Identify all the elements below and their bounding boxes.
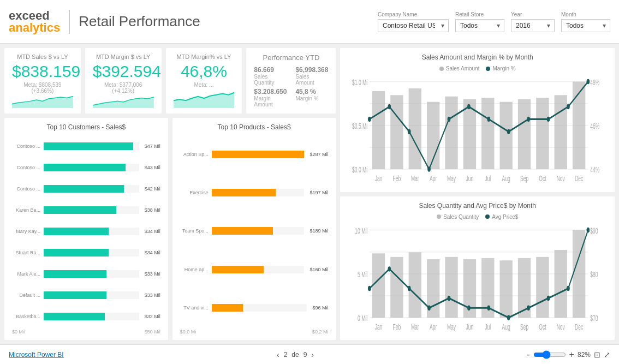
bar-fill (212, 304, 243, 312)
fit-page-button[interactable]: ⊡ (594, 350, 600, 359)
nav-controls: ‹ 2 de 9 › (277, 350, 314, 359)
kpi-title-2: MTD Margin% vs LY (174, 53, 235, 60)
legend-item-margin-1: Margin % (486, 65, 515, 71)
perf-num-3: 45,8 % (295, 88, 328, 96)
legend-item-qty-0: Sales Quantity (437, 214, 479, 220)
bar-fill (44, 185, 124, 193)
svg-text:Nov: Nov (557, 322, 565, 331)
svg-text:Jun: Jun (466, 322, 474, 331)
svg-text:Jun: Jun (466, 174, 474, 183)
filters-area: Company NameContoso Retail USARetail Sto… (378, 11, 610, 32)
bar-value: $43 Mil (145, 165, 160, 170)
prev-page-button[interactable]: ‹ (277, 350, 279, 359)
logo-exceed: exceed (9, 10, 60, 22)
kpi-value-2: 46,8% (174, 62, 235, 81)
bar-track (44, 206, 139, 214)
svg-rect-10 (409, 88, 421, 169)
perf-ytd-card: Performance YTD86.669Sales Quantity$6,99… (246, 48, 336, 114)
page-total: 9 (303, 351, 307, 359)
svg-text:$1.0 Mi: $1.0 Mi (353, 78, 368, 87)
bar-label: Team Spo... (180, 228, 209, 234)
bar-label: Basketba... (12, 314, 40, 319)
svg-text:Sep: Sep (520, 322, 529, 331)
zoom-slider[interactable] (533, 350, 566, 359)
next-page-button[interactable]: › (311, 350, 314, 359)
bar-track (212, 189, 305, 196)
pbi-link[interactable]: Microsoft Power BI (9, 351, 64, 359)
bar-row: Team Spo...$189 Mil (180, 226, 329, 236)
bar-label: Default ... (12, 293, 40, 298)
content-area: MTD Sales $ vs LY$838.159Meta: $808,539 … (0, 44, 619, 344)
kpi-card-0: MTD Sales $ vs LY$838.159Meta: $808,539 … (4, 48, 81, 114)
svg-text:10 Mil: 10 Mil (355, 226, 368, 235)
zoom-in-button[interactable]: + (569, 350, 574, 360)
bar-row: Action Sp...$287 Mil (180, 150, 329, 159)
bar-fill (44, 164, 126, 171)
line-chart-title-margin: Sales Amount and Margin % by Month (348, 53, 607, 61)
filter-select-0[interactable]: Contoso Retail USA (378, 19, 449, 32)
bar-fill (44, 270, 106, 278)
svg-text:Apr: Apr (430, 322, 437, 331)
bar-chart-body: Contoso ...$47 MilContoso ...$43 MilCont… (12, 135, 160, 327)
svg-rect-15 (500, 102, 513, 169)
svg-text:Oct: Oct (539, 174, 547, 183)
fullscreen-button[interactable]: ⤢ (604, 350, 610, 359)
bar-value: $160 Mil (310, 267, 328, 272)
filter-label-2: Year (511, 11, 555, 17)
filter-select-3[interactable]: Todos (561, 19, 610, 32)
bar-label: Contoso ... (12, 144, 40, 149)
page-title: Retail Performance (79, 13, 200, 30)
filter-select-1[interactable]: Todos (455, 19, 504, 32)
zoom-out-button[interactable]: - (527, 350, 529, 360)
bar-value: $38 Mil (145, 207, 160, 213)
svg-rect-65 (555, 249, 567, 317)
right-panel: Sales Amount and Margin % by MonthSales … (340, 48, 615, 340)
bar-fill (44, 249, 109, 256)
svg-point-23 (428, 166, 431, 171)
bar-fill (212, 189, 276, 196)
svg-point-77 (567, 285, 570, 290)
bar-row: Stuart Ra...$34 Mil (12, 248, 160, 258)
bar-row: Contoso ...$42 Mil (12, 184, 160, 194)
svg-text:Dec: Dec (575, 322, 584, 331)
bar-label: Home ap... (180, 267, 209, 272)
bar-chart-title: Top 10 Customers - Sales$ (12, 123, 160, 131)
svg-text:46%: 46% (591, 122, 600, 130)
bar-fill (212, 227, 273, 235)
svg-point-73 (487, 305, 491, 310)
svg-point-27 (507, 129, 510, 134)
bar-chart-card: Top 10 Customers - Sales$Contoso ...$47 … (4, 118, 168, 340)
svg-rect-64 (537, 256, 549, 317)
filter-select-2[interactable]: 2016 (511, 19, 555, 32)
svg-text:0 Mil: 0 Mil (358, 314, 368, 323)
bottom-bar: Microsoft Power BI ‹ 2 de 9 › - + 82% ⊡ … (0, 344, 619, 364)
svg-point-71 (448, 295, 451, 300)
line-chart-card-qty: Sales Quantity and Avg Price$ by MonthSa… (340, 196, 615, 341)
svg-rect-56 (391, 256, 403, 317)
bar-row: TV and vi...$96 Mil (180, 303, 329, 313)
bar-row: Contoso ...$43 Mil (12, 163, 160, 172)
legend-item-margin-0: Sales Amount (439, 65, 480, 71)
svg-margin: JanFebMarAprMayJunJulAugSepOctNovDec$1.0… (348, 75, 607, 187)
filter-group-0: Company NameContoso Retail USA (378, 11, 449, 32)
svg-rect-17 (537, 98, 549, 169)
svg-text:May: May (447, 322, 456, 331)
svg-point-78 (587, 227, 590, 232)
bar-value: $197 Mil (310, 190, 328, 195)
svg-rect-59 (445, 256, 458, 317)
filter-label-0: Company Name (378, 11, 449, 17)
bar-label: Contoso ... (12, 165, 40, 170)
bar-fill (44, 142, 133, 150)
svg-rect-19 (573, 82, 585, 169)
svg-text:Feb: Feb (393, 174, 401, 183)
bar-track (212, 227, 305, 235)
line-chart-title-qty: Sales Quantity and Avg Price$ by Month (348, 202, 607, 210)
svg-text:44%: 44% (591, 165, 600, 174)
kpi-value-1: $392.594 (93, 62, 154, 81)
bar-value: $47 Mil (145, 144, 160, 149)
kpi-meta-1: Meta: $377,006 (+4.12%) (93, 82, 154, 94)
logo-area: exceed analytics (9, 10, 70, 34)
perf-num-1: $6,998.368 (295, 66, 328, 74)
legend-item-qty-1: Avg Price$ (485, 214, 518, 220)
svg-text:Jan: Jan (375, 174, 383, 183)
